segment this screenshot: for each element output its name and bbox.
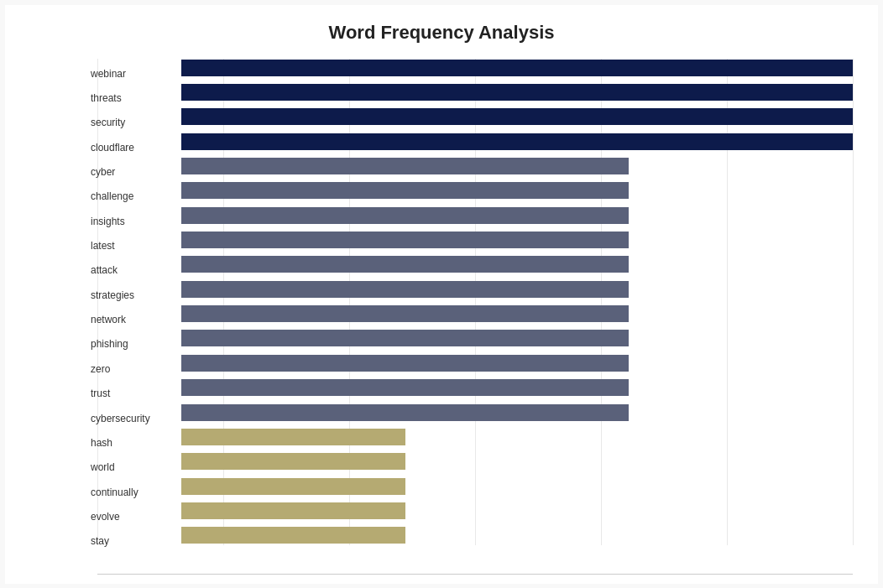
table-row: world [97, 452, 853, 471]
bar-fill [181, 355, 629, 372]
table-row: continually [97, 477, 853, 496]
bar-outer [181, 133, 853, 150]
table-row: phishing [97, 329, 853, 347]
table-row: cybersecurity [97, 403, 853, 422]
table-row: threats [97, 83, 853, 101]
bar-outer [181, 404, 853, 421]
bar-fill [181, 182, 629, 199]
bar-outer [181, 108, 853, 125]
table-row: cloudflare [97, 133, 853, 151]
bar-fill [181, 133, 853, 150]
bar-outer [181, 330, 853, 346]
chart-container: Word Frequency Analysis webinarthreatsse… [5, 5, 878, 584]
bar-fill [181, 379, 629, 396]
table-row: challenge [97, 181, 853, 200]
table-row: trust [97, 378, 853, 397]
table-row: cyber [97, 157, 853, 175]
table-row: stay [97, 526, 853, 544]
table-row: webinar [97, 59, 853, 77]
grid-line [853, 59, 854, 545]
bar-outer [181, 429, 853, 445]
bar-fill [181, 478, 405, 495]
bar-fill [181, 502, 405, 519]
bar-outer [181, 453, 853, 470]
bar-outer [181, 60, 853, 76]
x-axis [97, 574, 853, 575]
table-row: zero [97, 354, 853, 372]
bar-outer [181, 478, 853, 495]
bar-fill [181, 207, 629, 224]
bar-fill [181, 429, 405, 445]
bar-outer [181, 207, 853, 224]
chart-area: webinarthreatssecuritycloudflarecybercha… [97, 59, 853, 545]
bar-fill [181, 60, 853, 76]
bar-fill [181, 256, 629, 273]
bar-outer [181, 158, 853, 174]
bars-wrapper: webinarthreatssecuritycloudflarecybercha… [97, 59, 853, 545]
table-row: latest [97, 231, 853, 249]
table-row: hash [97, 428, 853, 446]
bar-outer [181, 182, 853, 199]
table-row: insights [97, 206, 853, 225]
table-row: attack [97, 255, 853, 273]
bar-outer [181, 256, 853, 273]
bar-outer [181, 84, 853, 101]
bar-fill [181, 330, 629, 346]
bar-fill [181, 232, 629, 248]
bar-outer [181, 305, 853, 322]
bar-fill [181, 84, 853, 101]
bar-fill [181, 453, 405, 470]
table-row: security [97, 107, 853, 126]
bar-outer [181, 527, 853, 544]
chart-title: Word Frequency Analysis [30, 22, 853, 44]
bar-fill [181, 281, 629, 298]
bar-outer [181, 379, 853, 396]
bar-outer [181, 355, 853, 372]
bar-fill [181, 108, 853, 125]
table-row: strategies [97, 280, 853, 299]
bar-fill [181, 305, 629, 322]
bar-outer [181, 281, 853, 298]
table-row: network [97, 304, 853, 323]
bar-outer [181, 502, 853, 519]
bar-fill [181, 158, 629, 174]
bar-fill [181, 527, 405, 544]
bar-fill [181, 404, 629, 421]
bar-outer [181, 232, 853, 248]
table-row: evolve [97, 502, 853, 520]
